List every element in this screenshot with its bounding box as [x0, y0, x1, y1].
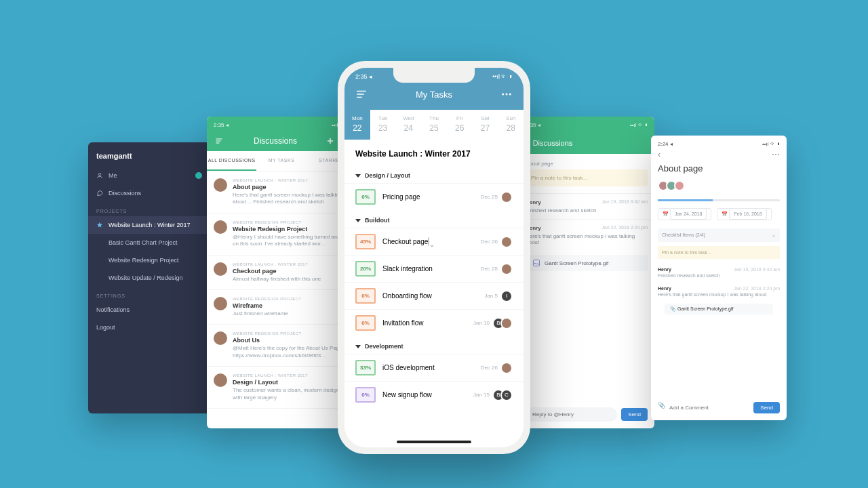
phone-frame: 2:35 ◂••ıl ᯤ ▮ My Tasks Mon 22 Tue 23 We…: [338, 61, 530, 454]
discussion-item[interactable]: Website Launch : Winter 2017 About page …: [207, 171, 356, 214]
task-group-header[interactable]: Design / Layout: [344, 165, 524, 183]
comment-date: Jan 22, 2018 2:24 pm: [601, 225, 648, 230]
comment: HenryJan 19, 2018 9:42 am Finished resea…: [651, 263, 787, 282]
discussion-item[interactable]: Website Redesign Project Wireframe Just …: [207, 290, 356, 325]
send-button[interactable]: Send: [621, 408, 648, 421]
svg-point-6: [506, 94, 508, 96]
checklist-toggle[interactable]: Checklist Items (2/4)⌄: [658, 228, 780, 242]
date-start[interactable]: 📅 Jan 24, 2018: [658, 208, 711, 220]
task-percent: 33%: [355, 360, 376, 375]
pinned-note-input[interactable]: Pin a note to this task…: [526, 169, 648, 186]
day-sat[interactable]: Sat 27: [473, 110, 498, 140]
pinned-note-input[interactable]: Pin a note to this task…: [658, 246, 780, 259]
day-mon[interactable]: Mon 22: [344, 110, 370, 140]
task-percent: 0%: [355, 315, 376, 331]
task-group-header[interactable]: Buildout: [344, 210, 524, 228]
item-preview: Almost halfway finished with this one: [233, 276, 349, 283]
day-fri[interactable]: Fri 26: [447, 110, 473, 140]
nav-logout[interactable]: Logout: [88, 319, 210, 336]
tab-my-tasks[interactable]: My Tasks: [256, 151, 306, 171]
status-icons: ••ıl ᯤ ▮: [492, 73, 513, 80]
task-name: New signup flow: [382, 391, 467, 399]
more-icon[interactable]: ⋯: [772, 150, 780, 159]
nav-me[interactable]: Me: [88, 167, 210, 184]
collapse-icon: [355, 219, 361, 222]
item-preview: The customer wants a clean, modern desig…: [233, 387, 349, 401]
comment: Henry Jan 19, 2018 9:42 am Finished rese…: [519, 193, 654, 219]
svg-point-5: [502, 94, 504, 96]
tab-all[interactable]: All Discussions: [207, 151, 256, 171]
discussion-item[interactable]: Website Launch : Winter 2017 Design / La…: [207, 367, 356, 409]
discussion-tabs: All Discussions My Tasks Starred: [207, 151, 356, 171]
menu-icon[interactable]: [355, 88, 368, 100]
attachment[interactable]: 📎 Gantt Screen Prototype.gif: [665, 304, 773, 314]
avatar: I: [500, 290, 513, 302]
more-icon[interactable]: [500, 88, 513, 100]
back-icon[interactable]: ‹: [658, 150, 660, 159]
task-percent: 20%: [355, 261, 376, 277]
screen-title: My Tasks: [416, 89, 452, 100]
avatar: [214, 220, 227, 234]
avatar: [500, 317, 513, 329]
avatar: [500, 236, 513, 248]
task-name: Pricing page: [382, 193, 474, 201]
project-item[interactable]: Website Redesign Project: [88, 251, 210, 269]
task-percent: 45%: [355, 234, 376, 249]
task-row[interactable]: 0% Pricing page Dec 25: [344, 183, 524, 210]
item-project: Website Redesign Project: [233, 220, 349, 224]
nav-notifications[interactable]: Notifications: [88, 301, 210, 319]
about-page-screen: 2:24 ◂••ıl ᯤ ▮ ‹⋯ About page 📅 Jan 24, 2…: [651, 136, 787, 420]
item-project: Website Redesign Project: [233, 297, 349, 301]
svg-rect-4: [534, 260, 540, 266]
project-item[interactable]: Website Launch : Winter 2017: [88, 216, 210, 234]
send-button[interactable]: Send: [753, 402, 780, 413]
task-row[interactable]: 45% Checkout page Dec 26: [344, 228, 524, 255]
day-thu[interactable]: Thu 25: [421, 110, 447, 140]
attachment[interactable]: Gantt Screen Prototype.gif: [526, 255, 648, 271]
task-row[interactable]: 33% iOS development Dec 26: [344, 354, 524, 381]
item-project: Website Launch : Winter 2017: [233, 373, 349, 378]
discussion-item[interactable]: Website Redesign Project About Us @Matt …: [207, 325, 356, 367]
item-title: About page: [233, 184, 349, 190]
discussion-item[interactable]: Website Launch : Winter 2017 Checkout pa…: [207, 256, 356, 290]
task-row[interactable]: 20% Slack integration Dec 28: [344, 255, 524, 282]
avatar: [214, 297, 227, 310]
notification-dot: [195, 172, 202, 179]
task-group-header[interactable]: Development: [344, 336, 524, 354]
nav-discussions[interactable]: Discussions: [88, 184, 210, 202]
project-item[interactable]: Basic Gantt Chart Project: [88, 234, 210, 251]
avatar: [214, 262, 227, 276]
assignee-avatars[interactable]: [651, 180, 787, 197]
attach-icon[interactable]: 📎: [658, 402, 665, 413]
task-row[interactable]: 0% Invitation flow Jan 10 B: [344, 309, 524, 336]
comment-icon: [428, 237, 429, 246]
reply-input[interactable]: [526, 407, 617, 422]
task-date: Jan 15: [473, 392, 490, 398]
day-tue[interactable]: Tue 23: [370, 110, 396, 140]
svg-point-7: [509, 94, 511, 96]
item-preview: Just finished wireframe: [233, 310, 349, 317]
add-icon[interactable]: [326, 137, 334, 145]
nav-drawer-screen: teamgantt Me Discussions Projects Websit…: [88, 142, 210, 413]
date-end[interactable]: 📅 Feb 16, 2018: [717, 208, 771, 220]
task-date: Dec 25: [481, 194, 498, 200]
task-row[interactable]: 0% Onboarding flow Jan 5 I: [344, 282, 524, 309]
comment-text: Finished research and sketch: [526, 207, 648, 214]
image-icon: [532, 259, 540, 267]
collapse-icon: [355, 345, 361, 348]
project-heading: Website Launch : Winter 2017: [344, 140, 524, 165]
day-wed[interactable]: Wed 24: [395, 110, 421, 140]
item-project: Website Launch : Winter 2017: [233, 262, 349, 266]
add-comment-input[interactable]: [669, 402, 749, 413]
discussion-item[interactable]: Website Redesign Project Website Redesig…: [207, 214, 356, 256]
task-percent: 0%: [355, 288, 376, 304]
project-item[interactable]: Website Update / Redesign: [88, 269, 210, 287]
menu-icon[interactable]: [214, 137, 224, 145]
item-project: Website Redesign Project: [233, 331, 349, 336]
back-label[interactable]: Discussions: [533, 139, 573, 147]
user-icon: [96, 172, 103, 179]
day-sun[interactable]: Sun 28: [498, 110, 524, 140]
home-indicator[interactable]: [397, 441, 471, 443]
chat-icon: [96, 190, 103, 197]
task-row[interactable]: 0% New signup flow Jan 15 BC: [344, 381, 524, 408]
